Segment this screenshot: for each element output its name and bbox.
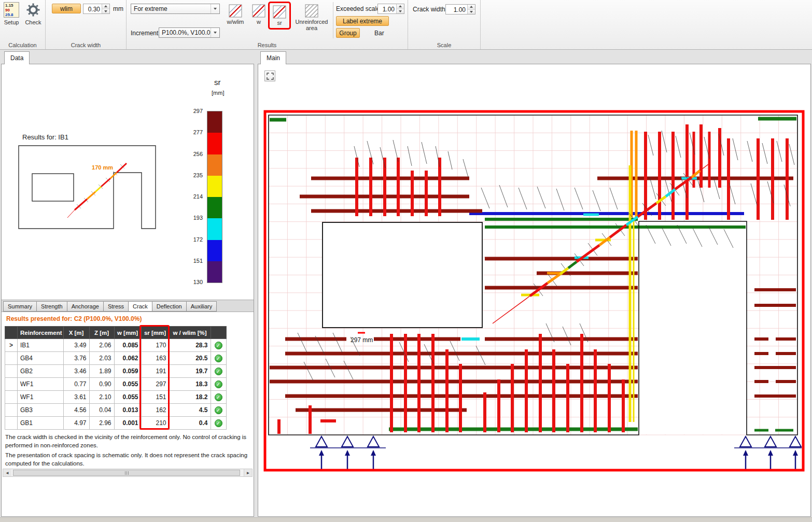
row-selector[interactable] (5, 352, 18, 365)
colorbar-tick-label: 214 (181, 193, 203, 200)
scroll-thumb[interactable] (13, 470, 240, 476)
spin-up-icon (104, 5, 107, 7)
exceeded-scale-label: Exceeded scale (336, 5, 380, 12)
exceeded-scale-spinner[interactable]: 1.00 (377, 4, 404, 14)
w-wlim-icon (229, 4, 242, 18)
status-ok-icon: ✓ (215, 406, 222, 414)
cell-ratio: 18.2 (169, 391, 211, 404)
scroll-left-button[interactable]: ◄ (3, 469, 11, 476)
unreinforced-area-button[interactable]: Unreinforced area (292, 2, 331, 33)
sr-button[interactable]: sr (270, 3, 289, 28)
result-tab-deflection[interactable]: Deflection (152, 301, 187, 312)
cell-sr: 297 (141, 378, 169, 391)
table-row-GB3[interactable]: GB34.560.040.0131624.5✓ (5, 404, 227, 417)
result-tab-strength[interactable]: Strength (36, 301, 67, 312)
status-cell: ✓ (211, 404, 226, 417)
tab-data[interactable]: Data (4, 51, 30, 64)
selector-column-header (5, 327, 18, 339)
colorbar-tick-label: 297 (181, 108, 203, 114)
w-icon (252, 4, 265, 18)
result-tab-auxiliary[interactable]: Auxiliary (186, 301, 217, 312)
scroll-right-button[interactable]: ► (244, 469, 252, 476)
check-label: Check (25, 19, 41, 25)
structure-drawing[interactable]: 297 mm (263, 110, 805, 473)
cell-name: WF1 (18, 378, 64, 391)
column-header[interactable]: Z [m] (89, 327, 114, 339)
dropdown-arrow-icon (211, 4, 219, 13)
setup-icon-number: 25.8 (5, 12, 19, 17)
tab-main[interactable]: Main (260, 51, 286, 64)
colorbar-tick-label: 235 (181, 172, 203, 178)
table-row-IB1[interactable]: >IB13.492.060.08517028.3✓ (5, 339, 227, 352)
exceeded-scale-spin-buttons[interactable] (396, 4, 404, 13)
result-tab-crack[interactable]: Crack (128, 301, 152, 312)
svg-text:170 mm: 170 mm (92, 164, 113, 171)
row-selector[interactable] (5, 378, 18, 391)
scale-spinner[interactable]: 1.00 (445, 4, 475, 15)
colorbar-block (207, 240, 222, 261)
cell-sr: 191 (141, 365, 169, 378)
colorbar-tick-label: 193 (181, 215, 203, 221)
spin-down-icon (399, 10, 402, 12)
wlim-spin-buttons[interactable] (102, 4, 109, 13)
table-row-GB2[interactable]: GB23.461.890.05919119.7✓ (5, 365, 227, 378)
horizontal-scrollbar[interactable]: ◄ ► (3, 469, 253, 477)
status-ok-icon: ✓ (215, 368, 222, 375)
table-row-GB1[interactable]: GB14.972.960.0012100.4✓ (5, 417, 227, 430)
exceeded-scale-value: 1.00 (378, 4, 396, 13)
row-selector[interactable] (5, 417, 18, 430)
unreinforced-area-label: Unreinforced area (294, 19, 329, 31)
crack-width-group-label: Crack width (46, 42, 126, 48)
w-button[interactable]: w (250, 2, 268, 27)
spin-down-icon (104, 10, 107, 12)
cell-sr: 210 (141, 417, 169, 430)
cell-w: 0.001 (114, 417, 141, 430)
cell-name: GB4 (18, 352, 64, 365)
ribbon-group-scale: Crack width 1.00 Scale (408, 0, 481, 49)
cell-z: 2.03 (89, 352, 114, 365)
cell-x: 4.56 (63, 404, 89, 417)
colorbar-block (207, 218, 222, 239)
status-cell: ✓ (211, 365, 226, 378)
cell-ratio: 18.3 (169, 378, 211, 391)
column-header[interactable]: Reinforcement (18, 327, 64, 339)
result-tab-anchorage[interactable]: Anchorage (67, 301, 104, 312)
column-header[interactable]: X [m] (63, 327, 89, 339)
gear-icon (25, 2, 41, 18)
column-header[interactable]: sr [mm] (141, 327, 169, 339)
cell-z: 2.06 (89, 339, 114, 352)
setup-button[interactable]: 1.15 90 25.8 Setup (1, 2, 22, 34)
result-tab-stress[interactable]: Stress (103, 301, 129, 312)
scale-spin-buttons[interactable] (467, 5, 475, 14)
wlim-button[interactable]: wlim (52, 4, 81, 13)
row-selector[interactable]: > (5, 339, 18, 352)
row-selector[interactable] (5, 404, 18, 417)
colorbar-block (207, 111, 222, 133)
scroll-track[interactable] (11, 469, 244, 476)
table-row-GB4[interactable]: GB43.762.030.06216320.5✓ (5, 352, 227, 365)
row-selector[interactable] (5, 391, 18, 404)
cell-sr: 162 (141, 404, 169, 417)
status-cell: ✓ (211, 417, 226, 430)
cell-ratio: 0.4 (169, 417, 211, 430)
table-row-WF1[interactable]: WF10.770.900.05529718.3✓ (5, 378, 227, 391)
column-header[interactable]: w / wlim [%] (169, 327, 211, 339)
label-extreme-button[interactable]: Label extreme (336, 16, 389, 26)
status-ok-icon: ✓ (215, 393, 222, 401)
group-button[interactable]: Group (336, 28, 360, 38)
check-button[interactable]: Check (23, 2, 44, 34)
for-extreme-dropdown[interactable]: For extreme (131, 4, 220, 14)
results-header: Results presented for: C2 (P100.0%, V100… (6, 315, 142, 322)
w-wlim-button[interactable]: w/wlim (223, 2, 248, 27)
expand-button[interactable] (264, 70, 275, 81)
increment-dropdown[interactable]: P100.0%, V100.0% (159, 27, 220, 38)
status-ok-icon: ✓ (215, 380, 222, 388)
result-tab-summary[interactable]: Summary (3, 301, 37, 312)
cell-x: 3.46 (63, 365, 89, 378)
status-ok-icon: ✓ (215, 342, 222, 349)
column-header[interactable]: w [mm] (114, 327, 141, 339)
row-selector[interactable] (5, 365, 18, 378)
table-row-WF1[interactable]: WF13.612.100.05515118.2✓ (5, 391, 227, 404)
wlim-value-spinner[interactable]: 0.30 (83, 4, 110, 14)
data-panel: Results for: IB1 170 mm sr [mm] 29727725… (1, 64, 254, 517)
